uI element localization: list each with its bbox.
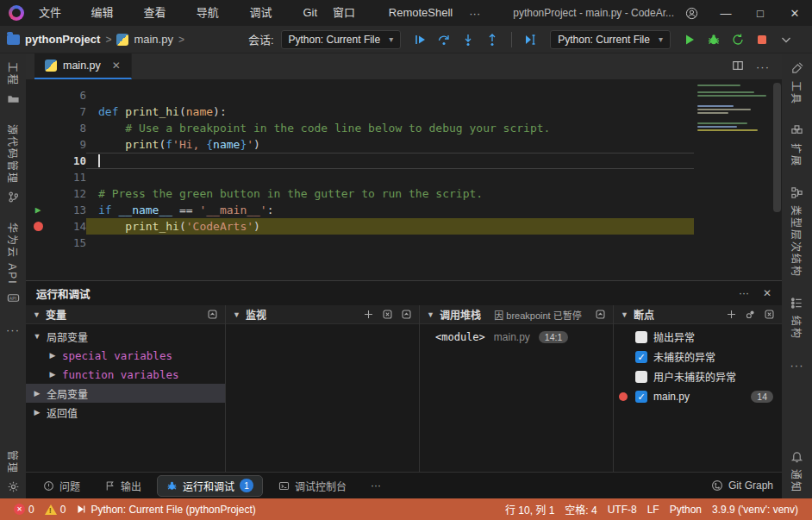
- step-out-button[interactable]: [482, 29, 503, 50]
- breakpoint-icon[interactable]: [34, 222, 43, 231]
- git-graph-icon: [711, 479, 723, 492]
- sidebar-item-···[interactable]: ···: [790, 359, 804, 372]
- menu-item-5[interactable]: Git: [295, 0, 325, 26]
- menu-item-7[interactable]: RemoteShell: [381, 0, 460, 26]
- git-graph-button[interactable]: Git Graph: [711, 479, 773, 492]
- menu-item-3[interactable]: 导航(N): [189, 0, 242, 26]
- run-to-cursor-button[interactable]: [521, 29, 541, 50]
- status-item-2[interactable]: UTF-8: [603, 502, 642, 517]
- close-button[interactable]: ✕: [778, 0, 812, 26]
- clear-icon[interactable]: [764, 309, 775, 320]
- breakpoint-checkbox[interactable]: [635, 351, 647, 363]
- run-button[interactable]: [679, 29, 700, 50]
- status-item-4[interactable]: Python: [665, 502, 707, 517]
- code-line-11: 11: [26, 169, 694, 185]
- launch-config-select[interactable]: Python: Current File ▾: [550, 30, 671, 49]
- tab-main-py[interactable]: main.py ✕: [34, 53, 132, 79]
- close-icon[interactable]: ✕: [112, 60, 121, 72]
- menu-overflow-button[interactable]: ···: [460, 7, 489, 20]
- gutter-breakpoint-icon[interactable]: [26, 222, 50, 231]
- variable-row[interactable]: ▼局部变量: [26, 327, 225, 346]
- continue-button[interactable]: [409, 29, 430, 50]
- account-icon[interactable]: [674, 0, 709, 26]
- open-panel-icon[interactable]: [595, 309, 606, 320]
- breakpoint-checkbox[interactable]: [635, 391, 647, 403]
- more-icon[interactable]: ···: [756, 60, 770, 73]
- open-panel-icon[interactable]: [401, 309, 412, 320]
- breadcrumb-file[interactable]: main.py: [134, 33, 173, 46]
- status-item-0[interactable]: 行 10, 列 1: [500, 502, 559, 517]
- session-select[interactable]: Python: Current File ▾: [281, 30, 402, 49]
- add-icon[interactable]: [726, 309, 737, 320]
- sidebar-item-扩展[interactable]: 扩展: [790, 124, 804, 167]
- menu-item-0[interactable]: 文件(F): [31, 0, 83, 26]
- sidebar-item-···[interactable]: ···: [6, 323, 20, 336]
- status-item-5[interactable]: 3.9.9 ('venv': venv): [707, 502, 803, 517]
- status-error[interactable]: ✕0: [9, 504, 40, 516]
- panel-tab-输出[interactable]: 输出: [96, 476, 150, 496]
- clear-icon[interactable]: [382, 309, 393, 320]
- stop-button[interactable]: [752, 29, 772, 50]
- status-debug-config[interactable]: Python: Current File (pythonProject): [71, 504, 260, 516]
- sidebar-item-工具[interactable]: 工具: [790, 62, 804, 105]
- breadcrumb-project[interactable]: pythonProject: [25, 33, 100, 46]
- menu-item-6[interactable]: 窗口(W): [325, 0, 381, 26]
- panel-tab-运行和调试[interactable]: 运行和调试1: [157, 475, 263, 497]
- variable-row[interactable]: ▶返回值: [26, 403, 225, 422]
- code-editor[interactable]: 67def print_hi(name):8 # Use a breakpoin…: [26, 79, 782, 280]
- variable-row[interactable]: ▶function variables: [26, 365, 225, 384]
- status-warning[interactable]: 0: [40, 504, 72, 516]
- breakpoint-checkbox[interactable]: [635, 331, 647, 343]
- tree-arrow-icon[interactable]: ▶: [48, 370, 57, 379]
- menu-item-2[interactable]: 查看(V): [136, 0, 189, 26]
- breakpoint-row[interactable]: 未捕获的异常: [614, 347, 782, 367]
- stack-frame-row[interactable]: <module> main.py 14:1: [420, 327, 613, 348]
- watch-section-header[interactable]: ▼ 监视: [226, 305, 419, 324]
- breakpoint-row[interactable]: 用户未捕获的异常: [614, 367, 782, 386]
- open-panel-icon[interactable]: [207, 309, 218, 320]
- sidebar-item-工程[interactable]: 工程: [6, 62, 21, 105]
- breakpoint-row[interactable]: 抛出异常: [614, 327, 782, 347]
- tree-arrow-icon[interactable]: ▶: [33, 389, 41, 398]
- callstack-section-header[interactable]: ▼ 调用堆栈 因 breakpoint 已暂停: [420, 305, 613, 324]
- sidebar-item-结构[interactable]: 结构: [790, 297, 804, 340]
- breakpoint-checkbox[interactable]: [635, 371, 647, 383]
- sidebar-item-通知[interactable]: 通知: [790, 450, 804, 493]
- more-icon[interactable]: ···: [739, 287, 749, 299]
- tree-arrow-icon[interactable]: ▶: [33, 408, 41, 417]
- sidebar-item-管理[interactable]: 管理: [6, 450, 21, 493]
- more-icon[interactable]: ···: [790, 359, 804, 372]
- minimize-button[interactable]: —: [709, 0, 743, 26]
- variable-row[interactable]: ▶全局变量: [26, 384, 225, 403]
- status-item-1[interactable]: 空格: 4: [559, 502, 602, 517]
- tree-arrow-icon[interactable]: ▶: [48, 351, 57, 360]
- sidebar-item-源代码管理[interactable]: 源代码管理: [6, 124, 21, 204]
- maximize-button[interactable]: □: [743, 0, 778, 26]
- editor-scrollbar[interactable]: [772, 79, 782, 280]
- panel-tab-问题[interactable]: 问题: [34, 476, 89, 496]
- chevron-down-button[interactable]: [776, 29, 796, 50]
- panel-tab-···[interactable]: ···: [362, 477, 390, 494]
- split-icon[interactable]: [732, 60, 744, 74]
- breakpoints-section-header[interactable]: ▼ 断点: [614, 305, 782, 324]
- variable-row[interactable]: ▶special variables: [26, 346, 225, 365]
- toggle-breakpoints-icon[interactable]: [745, 309, 756, 320]
- menu-item-4[interactable]: 调试(D): [242, 0, 296, 26]
- debug-bug-button[interactable]: [703, 29, 724, 50]
- panel-tab-调试控制台[interactable]: 调试控制台: [270, 476, 355, 496]
- breakpoint-row[interactable]: main.py14: [614, 386, 782, 406]
- add-icon[interactable]: [363, 309, 374, 320]
- restart-button[interactable]: [728, 29, 748, 50]
- close-icon[interactable]: ✕: [763, 287, 771, 299]
- variables-section-header[interactable]: ▼ 变量: [26, 305, 225, 324]
- minimap[interactable]: [697, 85, 770, 136]
- tree-arrow-icon[interactable]: ▼: [33, 332, 41, 341]
- sidebar-item-类型层次结构[interactable]: 类型层次结构: [790, 186, 804, 278]
- run-arrow-icon[interactable]: ▶: [26, 202, 50, 218]
- step-into-button[interactable]: [458, 29, 478, 50]
- more-icon[interactable]: ···: [6, 323, 20, 336]
- status-item-3[interactable]: LF: [642, 502, 665, 517]
- menu-item-1[interactable]: 编辑(E): [83, 0, 135, 26]
- step-over-button[interactable]: [434, 29, 454, 50]
- sidebar-item-华为云API[interactable]: 华为云 APIAPI: [6, 222, 21, 304]
